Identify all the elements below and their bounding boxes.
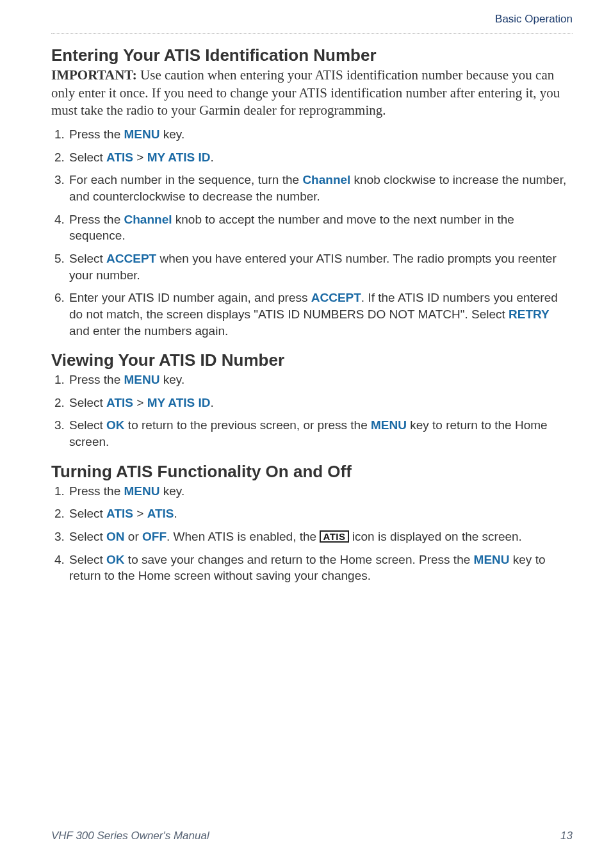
list-item: Press the MENU key.: [68, 483, 573, 500]
list-item: Select OK to save your changes and retur…: [68, 552, 573, 584]
section-title-viewing: Viewing Your ATIS ID Number: [51, 350, 573, 370]
keyword-menu: MENU: [124, 127, 160, 141]
text: Press the: [69, 213, 124, 226]
list-item: Select ACCEPT when you have entered your…: [68, 250, 573, 283]
list-item: For each number in the sequence, turn th…: [68, 172, 573, 204]
text: >: [133, 396, 147, 409]
keyword-ok: OK: [106, 418, 125, 432]
list-item: Press the Channel knob to accept the num…: [68, 211, 573, 244]
important-label: IMPORTANT:: [51, 67, 137, 83]
text: .: [211, 151, 214, 164]
text: Select: [69, 507, 106, 520]
text: Select: [69, 252, 106, 265]
text: For each number in the sequence, turn th…: [69, 173, 302, 186]
text: key.: [160, 484, 185, 498]
text: .: [211, 396, 214, 409]
page-header: Basic Operation: [51, 13, 573, 34]
section-title-turning: Turning ATIS Functionality On and Off: [51, 462, 573, 482]
text: >: [133, 507, 147, 520]
keyword-menu: MENU: [124, 484, 160, 498]
text: or: [125, 530, 142, 543]
text: Select: [69, 151, 106, 164]
keyword-on: ON: [106, 530, 125, 543]
keyword-ok: OK: [106, 553, 125, 566]
breadcrumb: Basic Operation: [51, 13, 573, 27]
list-item: Select ATIS > MY ATIS ID.: [68, 395, 573, 411]
list-item: Select ATIS > MY ATIS ID.: [68, 149, 573, 166]
viewing-steps: Press the MENU key. Select ATIS > MY ATI…: [51, 372, 573, 450]
header-divider: [51, 33, 573, 34]
keyword-atis: ATIS: [106, 151, 133, 164]
important-paragraph: IMPORTANT: Use caution when entering you…: [51, 67, 573, 120]
text: Press the: [69, 127, 124, 141]
text: icon is displayed on the screen.: [349, 530, 522, 543]
text: key.: [160, 373, 185, 386]
text: to save your changes and return to the H…: [125, 553, 474, 566]
text: Select: [69, 530, 106, 543]
text: Select: [69, 418, 106, 432]
keyword-atis: ATIS: [147, 507, 174, 520]
keyword-channel: Channel: [124, 213, 172, 226]
text: key.: [160, 127, 185, 141]
text: Press the: [69, 484, 124, 498]
list-item: Select ON or OFF. When ATIS is enabled, …: [68, 528, 573, 545]
keyword-accept: ACCEPT: [311, 291, 361, 304]
section-title-entering: Entering Your ATIS Identification Number: [51, 45, 573, 65]
keyword-atis: ATIS: [106, 396, 133, 409]
text: . When ATIS is enabled, the: [167, 530, 320, 543]
keyword-accept: ACCEPT: [106, 252, 156, 265]
page: Basic Operation Entering Your ATIS Ident…: [0, 0, 611, 868]
turning-steps: Press the MENU key. Select ATIS > ATIS. …: [51, 483, 573, 584]
keyword-menu: MENU: [371, 418, 407, 432]
entering-steps: Press the MENU key. Select ATIS > MY ATI…: [51, 126, 573, 339]
keyword-atis: ATIS: [106, 507, 133, 520]
keyword-off: OFF: [142, 530, 167, 543]
list-item: Press the MENU key.: [68, 372, 573, 388]
text: .: [174, 507, 177, 520]
list-item: Enter your ATIS ID number again, and pre…: [68, 290, 573, 339]
keyword-channel: Channel: [302, 173, 350, 186]
keyword-menu: MENU: [124, 373, 160, 386]
keyword-menu: MENU: [474, 553, 510, 566]
list-item: Press the MENU key.: [68, 126, 573, 143]
keyword-my-atis-id: MY ATIS ID: [147, 151, 211, 164]
keyword-retry: RETRY: [509, 307, 550, 321]
atis-icon: ATIS: [320, 530, 348, 543]
text: Select: [69, 553, 106, 566]
text: >: [133, 151, 147, 164]
text: to return to the previous screen, or pre…: [125, 418, 371, 432]
text: Select: [69, 396, 106, 409]
list-item: Select OK to return to the previous scre…: [68, 417, 573, 450]
page-footer: VHF 300 Series Owner's Manual 13: [51, 830, 573, 842]
text: and enter the numbers again.: [69, 324, 228, 338]
page-number: 13: [560, 830, 573, 842]
footer-title: VHF 300 Series Owner's Manual: [51, 830, 209, 842]
text: Press the: [69, 373, 124, 386]
keyword-my-atis-id: MY ATIS ID: [147, 396, 211, 409]
list-item: Select ATIS > ATIS.: [68, 505, 573, 522]
text: Enter your ATIS ID number again, and pre…: [69, 291, 311, 304]
